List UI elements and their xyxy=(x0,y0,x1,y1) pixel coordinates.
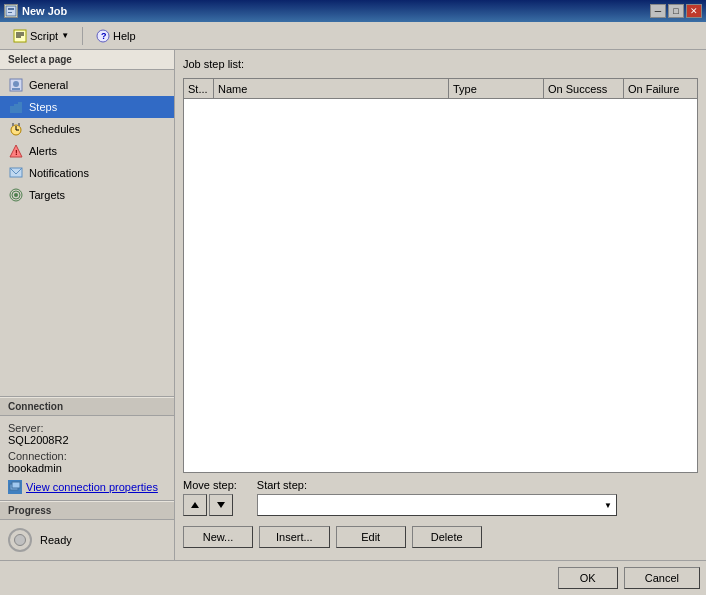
action-buttons: New... Insert... Edit Delete xyxy=(183,522,698,552)
svg-point-25 xyxy=(14,193,18,197)
sidebar-items: General Steps xyxy=(0,70,174,396)
footer: OK Cancel xyxy=(0,560,706,595)
bottom-controls: Move step: xyxy=(183,479,698,516)
start-step-group: Start step: ▼ xyxy=(257,479,617,516)
svg-text:?: ? xyxy=(101,31,107,41)
connection-info: Server: SQL2008R2 Connection: bookadmin xyxy=(0,416,174,500)
sidebar-label-targets: Targets xyxy=(29,189,65,201)
toolbar-separator xyxy=(82,27,83,45)
schedules-icon xyxy=(8,121,24,137)
script-button[interactable]: Script ▼ xyxy=(6,26,76,46)
progress-header: Progress xyxy=(0,501,174,520)
svg-rect-27 xyxy=(12,482,20,488)
server-label: Server: xyxy=(8,422,43,434)
down-arrow-icon xyxy=(216,500,226,510)
col-failure: On Failure xyxy=(624,79,697,98)
svg-rect-13 xyxy=(14,104,18,113)
col-success: On Success xyxy=(544,79,624,98)
svg-rect-12 xyxy=(10,106,14,113)
connection-section: Connection Server: SQL2008R2 Connection:… xyxy=(0,396,174,500)
progress-section: Progress Ready xyxy=(0,500,174,560)
cancel-button[interactable]: Cancel xyxy=(624,567,700,589)
sidebar-item-alerts[interactable]: ! Alerts xyxy=(0,140,174,162)
col-step: St... xyxy=(184,79,214,98)
sidebar-label-general: General xyxy=(29,79,68,91)
svg-text:!: ! xyxy=(15,148,18,157)
sidebar-label-notifications: Notifications xyxy=(29,167,89,179)
svg-rect-0 xyxy=(6,6,16,16)
sidebar-item-general[interactable]: General xyxy=(0,74,174,96)
close-button[interactable]: ✕ xyxy=(686,4,702,18)
svg-rect-19 xyxy=(18,123,20,126)
connection-label: Connection: xyxy=(8,450,67,462)
app-icon xyxy=(4,4,18,18)
new-button[interactable]: New... xyxy=(183,526,253,548)
svg-rect-3 xyxy=(14,30,26,42)
col-name: Name xyxy=(214,79,449,98)
progress-spinner xyxy=(8,528,32,552)
server-label-row: Server: xyxy=(8,422,166,434)
table-body[interactable] xyxy=(184,99,697,472)
alerts-icon: ! xyxy=(8,143,24,159)
server-value-row: SQL2008R2 xyxy=(8,434,166,446)
svg-rect-1 xyxy=(8,8,14,10)
sidebar-item-targets[interactable]: Targets xyxy=(0,184,174,206)
status-text: Ready xyxy=(40,534,72,546)
step-nav xyxy=(183,494,237,516)
ok-button[interactable]: OK xyxy=(558,567,618,589)
table-header: St... Name Type On Success On Failure xyxy=(184,79,697,99)
svg-marker-28 xyxy=(191,502,199,508)
sidebar-label-alerts: Alerts xyxy=(29,145,57,157)
sidebar-item-steps[interactable]: Steps xyxy=(0,96,174,118)
sidebar-label-steps: Steps xyxy=(29,101,57,113)
window-title: New Job xyxy=(22,5,67,17)
edit-button[interactable]: Edit xyxy=(336,526,406,548)
svg-rect-11 xyxy=(12,88,20,90)
general-icon xyxy=(8,77,24,93)
delete-button[interactable]: Delete xyxy=(412,526,482,548)
steps-icon xyxy=(8,99,24,115)
svg-point-10 xyxy=(13,81,19,87)
progress-content: Ready xyxy=(0,520,174,560)
job-step-table: St... Name Type On Success On Failure xyxy=(183,78,698,473)
col-type: Type xyxy=(449,79,544,98)
maximize-button[interactable]: □ xyxy=(668,4,684,18)
dropdown-arrow-icon: ▼ xyxy=(604,501,612,510)
start-step-label: Start step: xyxy=(257,479,617,491)
sidebar: Select a page General xyxy=(0,50,175,560)
sidebar-item-schedules[interactable]: Schedules xyxy=(0,118,174,140)
content-area: Select a page General xyxy=(0,50,706,560)
connection-value-row: bookadmin xyxy=(8,462,166,474)
targets-icon xyxy=(8,187,24,203)
link-icon xyxy=(8,480,22,494)
minimize-button[interactable]: ─ xyxy=(650,4,666,18)
view-connection-link[interactable]: View connection properties xyxy=(8,480,166,494)
move-step-down-button[interactable] xyxy=(209,494,233,516)
connection-header: Connection xyxy=(0,397,174,416)
up-arrow-icon xyxy=(190,500,200,510)
move-step-label: Move step: xyxy=(183,479,237,491)
main-container: Script ▼ ? Help Select a page xyxy=(0,22,706,595)
window-controls: ─ □ ✕ xyxy=(650,4,702,18)
title-bar: New Job ─ □ ✕ xyxy=(0,0,706,22)
move-step-up-button[interactable] xyxy=(183,494,207,516)
insert-button[interactable]: Insert... xyxy=(259,526,330,548)
svg-rect-18 xyxy=(12,123,14,126)
help-button[interactable]: ? Help xyxy=(89,26,143,46)
toolbar: Script ▼ ? Help xyxy=(0,22,706,50)
notifications-icon xyxy=(8,165,24,181)
help-icon: ? xyxy=(96,29,110,43)
connection-value: bookadmin xyxy=(8,462,62,474)
right-panel: Job step list: St... Name Type On Succes… xyxy=(175,50,706,560)
script-arrow: ▼ xyxy=(61,31,69,40)
panel-title: Job step list: xyxy=(183,58,698,70)
connection-label-row: Connection: xyxy=(8,450,166,462)
start-step-dropdown[interactable]: ▼ xyxy=(257,494,617,516)
move-step-group: Move step: xyxy=(183,479,237,516)
svg-marker-29 xyxy=(217,502,225,508)
sidebar-item-notifications[interactable]: Notifications xyxy=(0,162,174,184)
svg-rect-2 xyxy=(8,12,12,13)
script-label: Script xyxy=(30,30,58,42)
server-value: SQL2008R2 xyxy=(8,434,69,446)
help-label: Help xyxy=(113,30,136,42)
